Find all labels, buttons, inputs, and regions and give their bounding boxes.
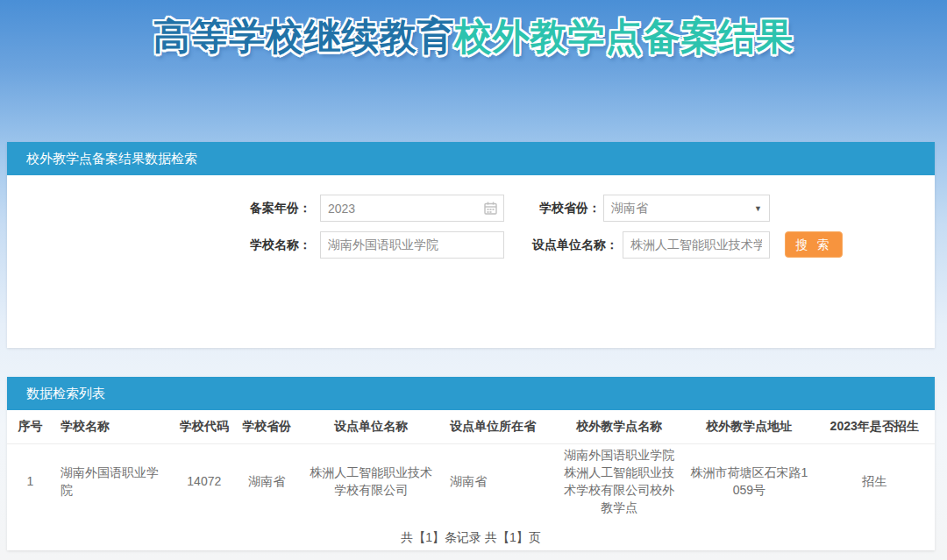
year-input-box — [320, 195, 504, 222]
page-title: 高等学校继续教育校外教学点备案结果 — [0, 12, 947, 61]
school-name-input-box — [320, 231, 504, 259]
year-input[interactable] — [321, 195, 484, 221]
table-cell: 14072 — [174, 443, 234, 518]
table-row: 1湖南外国语职业学院14072湖南省株洲人工智能职业技术学校有限公司湖南省湖南外… — [7, 443, 935, 518]
province-select[interactable]: 湖南省 ▼ — [603, 195, 770, 222]
column-header: 学校代码 — [174, 410, 234, 443]
search-form: 备案年份： 学校省份： 湖南省 ▼ 学校名称： 设点单位名称： — [7, 175, 935, 348]
column-header: 学校名称 — [53, 410, 174, 443]
table-cell: 湖南省 — [443, 443, 554, 518]
column-header: 序号 — [7, 410, 53, 443]
unit-name-label: 设点单位名称： — [481, 231, 618, 259]
table-cell: 株洲市荷塘区石宋路1059号 — [684, 443, 814, 518]
results-panel-header: 数据检索列表 — [7, 377, 935, 410]
unit-name-input-box — [623, 231, 770, 259]
table-cell: 株洲人工智能职业技术学校有限公司 — [299, 443, 443, 518]
unit-name-input[interactable] — [623, 232, 769, 258]
search-panel-header: 校外教学点备案结果数据检索 — [7, 142, 935, 175]
results-panel: 数据检索列表 序号学校名称学校代码学校省份设点单位名称设点单位所在省校外教学点名… — [7, 377, 935, 550]
table-cell: 湖南省 — [234, 443, 299, 518]
page-title-main: 高等学校继续教育 — [153, 16, 455, 57]
chevron-down-icon: ▼ — [754, 204, 762, 213]
table-cell: 1 — [7, 443, 53, 518]
column-header: 校外教学点名称 — [554, 410, 684, 443]
page-title-accent: 校外教学点备案结果 — [455, 16, 794, 57]
search-panel: 校外教学点备案结果数据检索 备案年份： 学校省份： 湖南省 ▼ 学校名称： — [7, 142, 935, 348]
search-button[interactable]: 搜 索 — [785, 231, 843, 258]
column-header: 2023年是否招生 — [814, 410, 935, 443]
school-name-input[interactable] — [321, 232, 503, 258]
column-header: 学校省份 — [234, 410, 299, 443]
column-header: 设点单位所在省 — [443, 410, 554, 443]
column-header: 校外教学点地址 — [684, 410, 814, 443]
column-header: 设点单位名称 — [299, 410, 443, 443]
year-label: 备案年份： — [182, 195, 311, 222]
province-select-value: 湖南省 — [604, 201, 754, 216]
table-header-row: 序号学校名称学校代码学校省份设点单位名称设点单位所在省校外教学点名称校外教学点地… — [7, 410, 935, 443]
table-cell: 招生 — [814, 443, 935, 518]
table-cell: 湖南外国语职业学院株洲人工智能职业技术学校有限公司校外教学点 — [554, 443, 684, 518]
table-body: 1湖南外国语职业学院14072湖南省株洲人工智能职业技术学校有限公司湖南省湖南外… — [7, 443, 935, 518]
school-name-label: 学校名称： — [182, 231, 311, 259]
results-table: 序号学校名称学校代码学校省份设点单位名称设点单位所在省校外教学点名称校外教学点地… — [7, 410, 935, 518]
records-summary: 共【1】条记录 共【1】页 — [7, 530, 935, 546]
province-label: 学校省份： — [481, 195, 601, 222]
table-cell: 湖南外国语职业学院 — [53, 443, 174, 518]
